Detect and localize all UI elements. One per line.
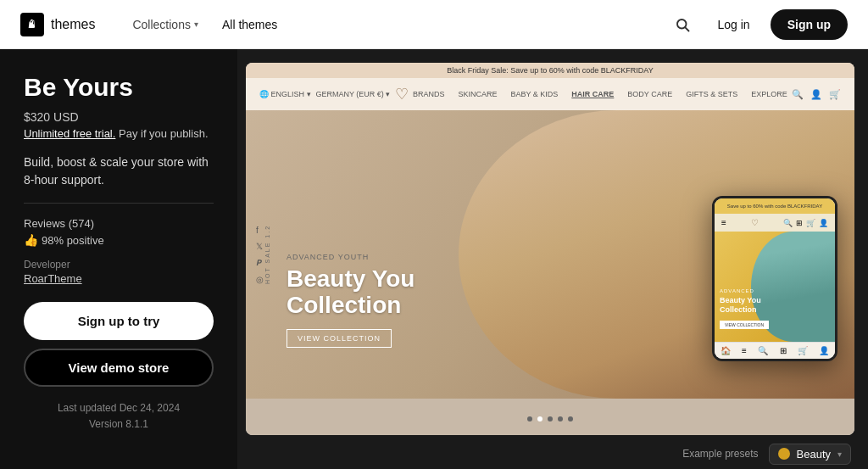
theme-description: Build, boost & scale your store with 8-h… [24,154,214,189]
hero-text-block: ADVANCED YOUTH Beauty YouCollection VIEW… [287,253,415,348]
preset-selector[interactable]: Beauty ▾ [769,444,851,465]
mobile-bottom-home-icon: 🏠 [721,346,731,355]
mobile-hero-title: Beauty YouCollection [720,296,769,315]
signup-button[interactable]: Sign up [771,9,848,40]
hero-cta-button[interactable]: VIEW COLLECTION [287,329,392,348]
mobile-bottom-account-icon: 👤 [819,346,829,355]
meta-info: Last updated Dec 24, 2024 Version 8.1.1 [24,400,214,433]
store-nav-icons: 🔍 👤 🛒 [792,89,841,100]
mobile-bottom-nav: 🏠 ≡ 🔍 ⊞ 🛒 👤 [715,342,835,359]
mobile-hero-cta: VIEW COLLECTION [720,321,769,329]
hero-social-icons: f 𝕏 𝙋 ◎ [256,226,264,284]
cart-store-icon: 🛒 [829,89,841,100]
store-preview: Black Friday Sale: Save up to 60% with c… [246,63,854,435]
mobile-hero-text: ADVANCED Beauty YouCollection VIEW COLLE… [720,288,769,330]
main-content: Be Yours $320 USD Unlimited free trial. … [0,49,868,469]
navbar-nav: Collections ▾ All themes [122,11,666,38]
preset-name: Beauty [797,448,831,461]
theme-title: Be Yours [24,73,214,102]
collections-chevron-icon: ▾ [194,20,198,29]
shopify-logo-icon [20,13,44,36]
free-trial-link[interactable]: Unlimited free trial. [24,127,115,140]
preset-color-dot [778,448,790,460]
navbar-logo[interactable]: themes [20,13,95,36]
reviews-positive: 👍 98% positive [24,233,214,247]
dot-1 [527,416,532,422]
positive-percentage: 98% positive [42,234,104,247]
navbar-logo-text: themes [51,17,95,32]
hero-subtitle: ADVANCED YOUTH [287,253,415,261]
reviews-count: Reviews (574) [24,217,214,230]
view-demo-button[interactable]: View demo store [24,349,214,387]
preview-container: Black Friday Sale: Save up to 60% with c… [246,63,854,435]
mobile-nav-icons: 🔍 ⊞ 🛒 👤 [783,219,828,227]
preset-chevron-icon: ▾ [837,449,842,459]
mobile-cart-icon: 🛒 [806,219,815,227]
hero-side-text: HOT SALE 1.2 [264,225,270,284]
account-store-icon: 👤 [810,89,822,100]
mobile-menu-icon: ≡ [721,218,726,227]
mobile-topbar: Save up to 60% with code BLACKFRIDAY [715,198,835,214]
store-nav-links: BRANDS SKINCARE BABY & KIDS HAIR CARE BO… [413,90,787,98]
presets-label: Example presets [682,448,758,460]
collections-label: Collections [132,18,190,31]
mobile-bottom-cart-icon: 🛒 [798,346,808,355]
store-hero: f 𝕏 𝙋 ◎ HOT SALE 1.2 ADVANCED YOUTH Beau… [246,110,854,399]
developer-name[interactable]: RoarTheme [24,272,214,285]
hero-title: Beauty YouCollection [287,266,415,319]
instagram-icon: ◎ [256,275,264,284]
search-store-icon: 🔍 [792,89,804,100]
preview-dots [527,416,573,422]
dot-2 [537,416,542,422]
search-button[interactable] [667,9,698,40]
theme-price: $320 USD [24,110,214,124]
mobile-bottom-menu-icon: ≡ [742,346,747,355]
left-panel: Be Yours $320 USD Unlimited free trial. … [0,49,237,469]
version: Version 8.1.1 [24,416,214,433]
store-nav: 🌐 ENGLISH ▾GERMANY (EUR €) ▾ ♡ BRANDS SK… [246,78,854,110]
last-updated: Last updated Dec 24, 2024 [24,400,214,416]
signup-try-button[interactable]: Sign up to try [24,302,214,340]
divider [24,203,214,204]
mobile-grid-icon: ⊞ [796,219,803,227]
svg-line-1 [685,27,688,31]
store-logo-icon: ♡ [395,85,409,103]
dot-3 [548,416,553,422]
mobile-bottom-search-icon: 🔍 [758,346,768,355]
facebook-icon: f [256,226,264,235]
thumbs-up-icon: 👍 [24,233,38,247]
navbar: themes Collections ▾ All themes Log in S… [0,0,868,49]
nav-item-all-themes[interactable]: All themes [212,11,287,38]
bottom-bar: Example presets Beauty ▾ [475,438,868,469]
mobile-account-icon: 👤 [819,219,828,227]
mobile-hero: ADVANCED Beauty YouCollection VIEW COLLE… [715,232,835,342]
store-logo-area: ♡ [395,85,409,103]
dot-5 [568,416,573,422]
trial-suffix: Pay if you publish. [115,127,208,140]
login-button[interactable]: Log in [708,11,760,38]
twitter-icon: 𝕏 [256,242,264,251]
store-topbar: Black Friday Sale: Save up to 60% with c… [246,63,854,78]
dot-4 [558,416,563,422]
pinterest-icon: 𝙋 [256,258,264,268]
mobile-bottom-grid-icon: ⊞ [780,346,787,355]
navbar-right: Log in Sign up [667,9,848,40]
all-themes-label: All themes [222,18,277,31]
right-panel: Black Friday Sale: Save up to 60% with c… [237,49,868,469]
mobile-logo-icon: ♡ [751,218,759,227]
free-trial-text: Unlimited free trial. Pay if you publish… [24,127,214,140]
mobile-search-icon: 🔍 [783,219,793,227]
developer-label: Developer [24,259,214,271]
mobile-hero-subtitle: ADVANCED [720,288,769,293]
mobile-preview: Save up to 60% with code BLACKFRIDAY ≡ ♡… [712,196,837,361]
store-locale: 🌐 ENGLISH ▾GERMANY (EUR €) ▾ [259,90,390,98]
nav-item-collections[interactable]: Collections ▾ [122,11,208,38]
mobile-nav: ≡ ♡ 🔍 ⊞ 🛒 👤 [715,214,835,232]
